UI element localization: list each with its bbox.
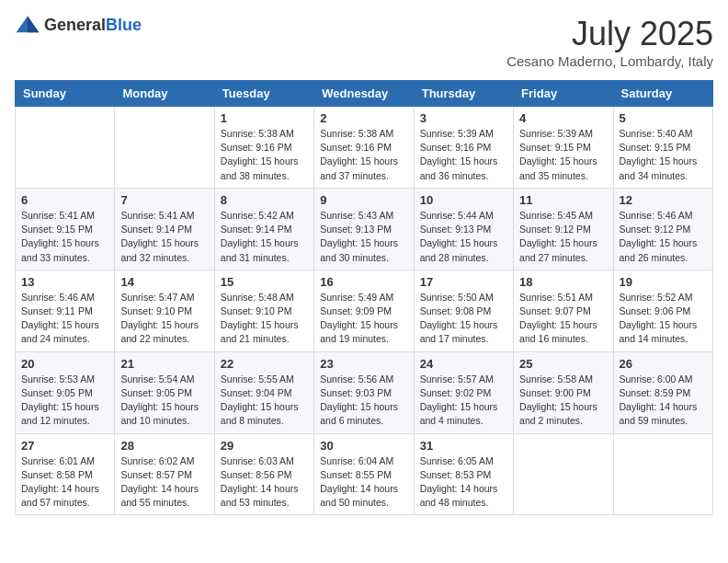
day-number: 10 — [420, 193, 507, 207]
day-number: 6 — [21, 193, 108, 207]
calendar-week-row: 20Sunrise: 5:53 AMSunset: 9:05 PMDayligh… — [16, 351, 713, 433]
logo-icon — [15, 15, 40, 35]
calendar-cell: 3Sunrise: 5:39 AMSunset: 9:16 PMDaylight… — [414, 107, 513, 189]
day-detail: Sunrise: 6:00 AMSunset: 8:59 PMDaylight:… — [620, 373, 707, 429]
day-number: 27 — [21, 439, 108, 453]
calendar-cell: 4Sunrise: 5:39 AMSunset: 9:15 PMDaylight… — [514, 107, 613, 189]
day-number: 17 — [420, 275, 507, 289]
calendar-cell: 26Sunrise: 6:00 AMSunset: 8:59 PMDayligh… — [613, 351, 712, 433]
day-number: 19 — [620, 275, 707, 289]
day-detail: Sunrise: 5:41 AMSunset: 9:15 PMDaylight:… — [21, 209, 108, 265]
day-detail: Sunrise: 5:38 AMSunset: 9:16 PMDaylight:… — [320, 127, 407, 183]
calendar-cell: 18Sunrise: 5:51 AMSunset: 9:07 PMDayligh… — [514, 270, 613, 351]
day-detail: Sunrise: 5:46 AMSunset: 9:12 PMDaylight:… — [620, 209, 707, 265]
day-number: 11 — [519, 193, 607, 207]
calendar-cell: 15Sunrise: 5:48 AMSunset: 9:10 PMDayligh… — [214, 270, 313, 351]
logo-general: General — [44, 16, 106, 34]
day-number: 12 — [620, 193, 707, 207]
day-detail: Sunrise: 5:51 AMSunset: 9:07 PMDaylight:… — [519, 291, 607, 347]
weekday-header-cell: Thursday — [414, 81, 513, 107]
day-number: 24 — [420, 357, 507, 371]
day-number: 3 — [420, 111, 507, 125]
calendar-week-row: 6Sunrise: 5:41 AMSunset: 9:15 PMDaylight… — [16, 188, 713, 270]
day-detail: Sunrise: 5:54 AMSunset: 9:05 PMDaylight:… — [120, 373, 208, 429]
calendar-cell: 14Sunrise: 5:47 AMSunset: 9:10 PMDayligh… — [115, 270, 214, 351]
day-number: 20 — [21, 357, 108, 371]
title-block: July 2025 Cesano Maderno, Lombardy, Ital… — [506, 15, 713, 69]
weekday-header-cell: Monday — [115, 81, 214, 107]
day-detail: Sunrise: 5:53 AMSunset: 9:05 PMDaylight:… — [21, 373, 108, 429]
day-number: 28 — [120, 439, 208, 453]
day-number: 22 — [221, 357, 308, 371]
calendar-cell: 31Sunrise: 6:05 AMSunset: 8:53 PMDayligh… — [414, 433, 513, 515]
calendar-cell: 2Sunrise: 5:38 AMSunset: 9:16 PMDaylight… — [314, 107, 414, 189]
weekday-header-cell: Wednesday — [314, 81, 414, 107]
calendar-cell: 12Sunrise: 5:46 AMSunset: 9:12 PMDayligh… — [613, 188, 712, 270]
calendar-cell: 7Sunrise: 5:41 AMSunset: 9:14 PMDaylight… — [115, 188, 214, 270]
day-number: 18 — [519, 275, 607, 289]
day-detail: Sunrise: 5:39 AMSunset: 9:15 PMDaylight:… — [519, 127, 607, 183]
day-number: 2 — [320, 111, 407, 125]
calendar-cell: 11Sunrise: 5:45 AMSunset: 9:12 PMDayligh… — [514, 188, 613, 270]
calendar-cell: 16Sunrise: 5:49 AMSunset: 9:09 PMDayligh… — [314, 270, 414, 351]
day-detail: Sunrise: 5:48 AMSunset: 9:10 PMDaylight:… — [221, 291, 308, 347]
calendar-cell: 22Sunrise: 5:55 AMSunset: 9:04 PMDayligh… — [214, 351, 313, 433]
calendar-cell — [16, 107, 115, 189]
day-number: 9 — [320, 193, 407, 207]
weekday-header-row: SundayMondayTuesdayWednesdayThursdayFrid… — [16, 81, 713, 107]
day-number: 16 — [320, 275, 407, 289]
day-number: 4 — [519, 111, 607, 125]
day-detail: Sunrise: 5:58 AMSunset: 9:00 PMDaylight:… — [519, 373, 607, 429]
day-number: 30 — [320, 439, 407, 453]
calendar-table: SundayMondayTuesdayWednesdayThursdayFrid… — [15, 80, 713, 515]
weekday-header-cell: Friday — [514, 81, 613, 107]
day-detail: Sunrise: 6:02 AMSunset: 8:57 PMDaylight:… — [120, 454, 208, 511]
day-number: 5 — [620, 111, 707, 125]
location-title: Cesano Maderno, Lombardy, Italy — [506, 53, 713, 69]
month-title: July 2025 — [506, 15, 713, 53]
calendar-cell — [613, 433, 712, 515]
day-number: 21 — [120, 357, 208, 371]
day-detail: Sunrise: 5:42 AMSunset: 9:14 PMDaylight:… — [221, 209, 308, 265]
day-detail: Sunrise: 5:49 AMSunset: 9:09 PMDaylight:… — [320, 291, 407, 347]
weekday-header-cell: Saturday — [613, 81, 712, 107]
calendar-cell: 20Sunrise: 5:53 AMSunset: 9:05 PMDayligh… — [16, 351, 115, 433]
calendar-cell: 9Sunrise: 5:43 AMSunset: 9:13 PMDaylight… — [314, 188, 414, 270]
day-detail: Sunrise: 5:43 AMSunset: 9:13 PMDaylight:… — [320, 209, 407, 265]
day-detail: Sunrise: 5:40 AMSunset: 9:15 PMDaylight:… — [620, 127, 707, 183]
day-number: 31 — [420, 439, 507, 453]
day-number: 25 — [519, 357, 607, 371]
calendar-cell — [115, 107, 214, 189]
calendar-cell: 1Sunrise: 5:38 AMSunset: 9:16 PMDaylight… — [214, 107, 313, 189]
weekday-header-cell: Sunday — [16, 81, 115, 107]
day-number: 23 — [320, 357, 407, 371]
day-number: 8 — [221, 193, 308, 207]
page-header: GeneralBlue July 2025 Cesano Maderno, Lo… — [15, 15, 713, 69]
calendar-body: 1Sunrise: 5:38 AMSunset: 9:16 PMDaylight… — [16, 107, 713, 515]
calendar-cell: 28Sunrise: 6:02 AMSunset: 8:57 PMDayligh… — [115, 433, 214, 515]
calendar-cell: 30Sunrise: 6:04 AMSunset: 8:55 PMDayligh… — [314, 433, 414, 515]
day-detail: Sunrise: 5:52 AMSunset: 9:06 PMDaylight:… — [620, 291, 707, 347]
day-detail: Sunrise: 6:03 AMSunset: 8:56 PMDaylight:… — [221, 454, 308, 511]
logo: GeneralBlue — [15, 15, 142, 35]
calendar-cell: 24Sunrise: 5:57 AMSunset: 9:02 PMDayligh… — [414, 351, 513, 433]
day-detail: Sunrise: 5:56 AMSunset: 9:03 PMDaylight:… — [320, 373, 407, 429]
day-detail: Sunrise: 5:50 AMSunset: 9:08 PMDaylight:… — [420, 291, 507, 347]
day-detail: Sunrise: 5:46 AMSunset: 9:11 PMDaylight:… — [21, 291, 108, 347]
day-detail: Sunrise: 5:44 AMSunset: 9:13 PMDaylight:… — [420, 209, 507, 265]
svg-marker-1 — [28, 16, 39, 32]
calendar-cell: 6Sunrise: 5:41 AMSunset: 9:15 PMDaylight… — [16, 188, 115, 270]
calendar-cell: 17Sunrise: 5:50 AMSunset: 9:08 PMDayligh… — [414, 270, 513, 351]
calendar-cell — [514, 433, 613, 515]
day-detail: Sunrise: 5:57 AMSunset: 9:02 PMDaylight:… — [420, 373, 507, 429]
day-number: 13 — [21, 275, 108, 289]
day-detail: Sunrise: 5:38 AMSunset: 9:16 PMDaylight:… — [221, 127, 308, 183]
calendar-cell: 21Sunrise: 5:54 AMSunset: 9:05 PMDayligh… — [115, 351, 214, 433]
day-detail: Sunrise: 6:05 AMSunset: 8:53 PMDaylight:… — [420, 454, 507, 511]
calendar-cell: 19Sunrise: 5:52 AMSunset: 9:06 PMDayligh… — [613, 270, 712, 351]
calendar-cell: 13Sunrise: 5:46 AMSunset: 9:11 PMDayligh… — [16, 270, 115, 351]
day-number: 7 — [120, 193, 208, 207]
day-detail: Sunrise: 5:39 AMSunset: 9:16 PMDaylight:… — [420, 127, 507, 183]
calendar-cell: 10Sunrise: 5:44 AMSunset: 9:13 PMDayligh… — [414, 188, 513, 270]
calendar-cell: 5Sunrise: 5:40 AMSunset: 9:15 PMDaylight… — [613, 107, 712, 189]
